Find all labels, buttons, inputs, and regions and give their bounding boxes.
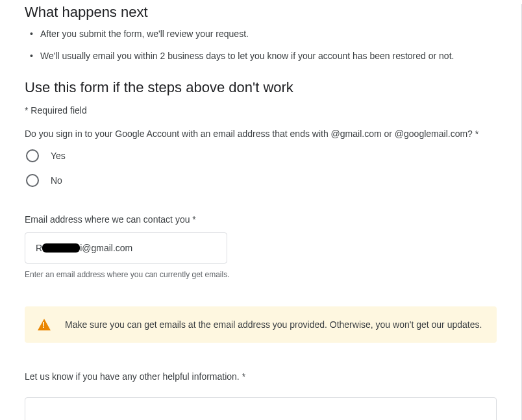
radio-circle-icon[interactable] (26, 149, 39, 162)
radio-label-yes[interactable]: Yes (51, 151, 66, 161)
warning-icon (38, 319, 51, 330)
warning-text: Make sure you can get emails at the emai… (65, 318, 482, 331)
required-field-note: * Required field (25, 105, 497, 116)
contact-email-helper: Enter an email address where you can cur… (25, 270, 497, 279)
what-happens-next-list: After you submit the form, we'll review … (25, 27, 497, 62)
redacted-text (42, 243, 80, 253)
extra-info-textarea[interactable] (25, 397, 497, 420)
what-happens-next-heading: What happens next (25, 4, 497, 21)
email-prefix: R (36, 243, 42, 253)
use-this-form-heading: Use this form if the steps above don't w… (25, 79, 497, 96)
extra-info-block: Let us know if you have any other helpfu… (25, 371, 497, 420)
list-item: After you submit the form, we'll review … (29, 27, 497, 40)
contact-email-input[interactable]: Ri@gmail.com (25, 232, 227, 264)
contact-email-label: Email address where we can contact you * (25, 214, 497, 225)
extra-info-label: Let us know if you have any other helpfu… (25, 371, 497, 382)
email-suffix: i@gmail.com (80, 243, 132, 253)
list-item: We'll usually email you within 2 busines… (29, 49, 497, 62)
signin-question-text: Do you sign in to your Google Account wi… (25, 127, 497, 140)
form-container: What happens next After you submit the f… (0, 4, 522, 420)
radio-option-no[interactable]: No (25, 174, 497, 187)
warning-banner: Make sure you can get emails at the emai… (25, 306, 497, 343)
radio-label-no[interactable]: No (51, 175, 62, 186)
radio-option-yes[interactable]: Yes (25, 149, 497, 162)
radio-circle-icon[interactable] (26, 174, 39, 187)
contact-email-block: Email address where we can contact you *… (25, 214, 497, 279)
